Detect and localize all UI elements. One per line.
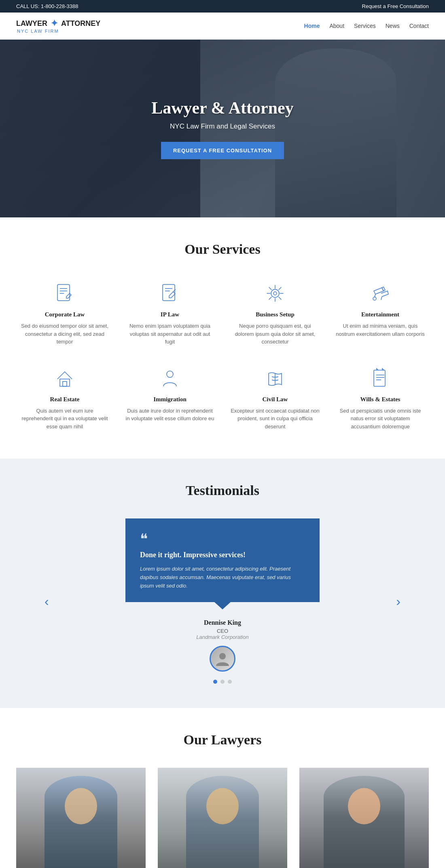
lawyer-card-1: Audi Farrar [158, 768, 287, 868]
lawyers-grid: John Smith Audi Farrar Meg [16, 768, 429, 868]
svg-point-11 [373, 297, 376, 300]
hero-subtitle: NYC Law Firm and Legal Services [151, 122, 293, 131]
svg-rect-4 [163, 284, 175, 301]
dot-3[interactable] [228, 680, 232, 684]
quote-mark-icon: ❝ [140, 531, 305, 548]
service-title-1: IP Law [125, 311, 214, 318]
person-title: CEO [69, 628, 376, 634]
service-title-4: Real Estate [20, 396, 109, 403]
testimonial-person: Dennise King CEO Landmark Corporation [69, 619, 376, 672]
testimonials-section: Testimonials ‹ › ❝ Done it right. Impres… [0, 459, 445, 708]
svg-rect-13 [60, 379, 70, 386]
svg-rect-17 [374, 370, 385, 386]
hero-title: Lawyer & Attorney [151, 98, 293, 118]
wills-estates-icon [368, 366, 392, 390]
testimonial-body: Lorem ipsum dolor sit amet, consectetur … [140, 565, 305, 590]
business-setup-icon [263, 281, 287, 305]
real-estate-icon [53, 366, 77, 390]
logo-subtitle: NYC LAW FIRM [17, 29, 100, 34]
service-desc-5: Duis aute irure dolor in reprehenderit i… [125, 407, 214, 423]
nav-news[interactable]: News [386, 23, 400, 29]
navigation: LAWYER ✦ ATTORNEY NYC LAW FIRM Home Abou… [0, 13, 445, 40]
svg-point-15 [167, 371, 173, 377]
services-title: Our Services [16, 242, 429, 257]
lawyer-card-0: John Smith [16, 768, 146, 868]
testimonial-quote: Done it right. Impressive services! [140, 551, 305, 559]
top-bar: CALL US: 1-800-228-3388 Request a Free C… [0, 0, 445, 13]
lawyer-photo-1 [158, 768, 287, 868]
svg-line-12 [381, 297, 382, 300]
consultation-cta[interactable]: Request a Free Consultation [362, 3, 429, 9]
hero-cta-button[interactable]: REQUEST A FREE CONSULTATION [161, 142, 284, 159]
service-wills-estates: Wills & Estates Sed ut perspiciatis unde… [332, 362, 429, 435]
service-ip-law: IP Law Nemo enim ipsam voluptatem quia v… [121, 277, 218, 350]
testimonial-dots [69, 680, 376, 684]
hero-section: Lawyer & Attorney NYC Law Firm and Legal… [0, 40, 445, 217]
service-entertainment: Entertainment Ut enim ad minima veniam, … [332, 277, 429, 350]
service-desc-6: Excepteur sint occaecat cupidatat non pr… [231, 407, 320, 431]
civil-law-icon [263, 366, 287, 390]
lawyers-title: Our Lawyers [16, 732, 429, 748]
logo-text-1: LAWYER [16, 19, 47, 28]
lawyer-card-2: Meggie Penn [299, 768, 429, 868]
service-business-setup: Business Setup Neque porro quisquam est,… [227, 277, 324, 350]
services-section: Our Services Corporate Law Sed do eiusmo… [0, 217, 445, 459]
nav-services[interactable]: Services [354, 23, 376, 29]
entertainment-icon [368, 281, 392, 305]
dot-1[interactable] [213, 680, 217, 684]
nav-contact[interactable]: Contact [409, 23, 429, 29]
service-title-2: Business Setup [231, 311, 320, 318]
services-grid: Corporate Law Sed do eiusmod tempor olor… [16, 277, 429, 434]
nav-about[interactable]: About [329, 23, 344, 29]
ip-law-icon [158, 281, 182, 305]
lawyers-section: Our Lawyers John Smith A [0, 708, 445, 868]
testimonial-prev-button[interactable]: ‹ [44, 594, 49, 609]
service-civil-law: Civil Law Excepteur sint occaecat cupida… [227, 362, 324, 435]
testimonial-next-button[interactable]: › [396, 594, 400, 609]
service-real-estate: Real Estate Quis autem vel eum iure repr… [16, 362, 113, 435]
service-title-5: Immigration [125, 396, 214, 403]
immigration-icon [158, 366, 182, 390]
nav-home[interactable]: Home [304, 23, 320, 29]
service-desc-4: Quis autem vel eum iure reprehenderit qu… [20, 407, 109, 431]
service-title-3: Entertainment [336, 311, 425, 318]
lawyer-photo-0 [16, 768, 146, 868]
person-avatar [210, 646, 235, 672]
svg-point-21 [219, 653, 226, 659]
svg-point-8 [271, 289, 279, 297]
service-desc-3: Ut enim ad minima veniam, quis nostrum e… [336, 322, 425, 338]
service-desc-2: Neque porro quisquam est, qui dolorem ip… [231, 322, 320, 346]
testimonial-card: ❝ Done it right. Impressive services! Lo… [125, 518, 320, 602]
svg-point-9 [273, 292, 277, 295]
phone-label: CALL US: 1-800-228-3388 [16, 3, 78, 9]
person-company: Landmark Corporation [69, 634, 376, 640]
service-title-0: Corporate Law [20, 311, 109, 318]
service-title-6: Civil Law [231, 396, 320, 403]
svg-line-7 [173, 289, 176, 292]
service-corporate-law: Corporate Law Sed do eiusmod tempor olor… [16, 277, 113, 350]
service-desc-0: Sed do eiusmod tempor olor sit amet, con… [20, 322, 109, 346]
service-title-7: Wills & Estates [336, 396, 425, 403]
service-immigration: Immigration Duis aute irure dolor in rep… [121, 362, 218, 435]
corporate-law-icon [53, 281, 77, 305]
svg-rect-14 [63, 381, 67, 386]
logo-title: LAWYER ✦ ATTORNEY [16, 18, 100, 29]
service-desc-1: Nemo enim ipsam voluptatem quia voluptas… [125, 322, 214, 346]
service-desc-7: Sed ut perspiciatis unde omnis iste natu… [336, 407, 425, 431]
testimonial-triangle [214, 602, 231, 609]
logo-icon: ✦ [51, 18, 58, 29]
logo: LAWYER ✦ ATTORNEY NYC LAW FIRM [16, 18, 100, 34]
logo-text-2: ATTORNEY [61, 19, 100, 28]
nav-links: Home About Services News Contact [304, 23, 429, 29]
testimonials-title: Testimonials [16, 483, 429, 498]
person-name: Dennise King [69, 619, 376, 626]
lawyer-photo-2 [299, 768, 429, 868]
dot-2[interactable] [220, 680, 225, 684]
